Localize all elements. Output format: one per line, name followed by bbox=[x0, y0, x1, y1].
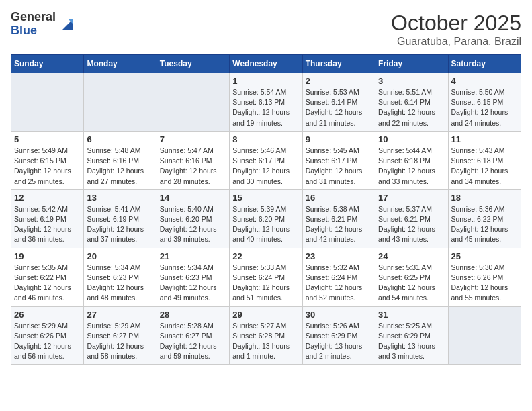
calendar-cell bbox=[157, 73, 229, 132]
page-header: General Blue October 2025 Guaratuba, Par… bbox=[11, 11, 521, 48]
calendar-cell: 2Sunrise: 5:53 AM Sunset: 6:14 PM Daylig… bbox=[302, 73, 375, 132]
day-number: 29 bbox=[232, 310, 299, 320]
day-number: 1 bbox=[232, 76, 299, 86]
calendar-cell: 13Sunrise: 5:41 AM Sunset: 6:19 PM Dayli… bbox=[84, 189, 157, 248]
day-number: 28 bbox=[160, 310, 226, 320]
calendar-cell: 3Sunrise: 5:51 AM Sunset: 6:14 PM Daylig… bbox=[375, 73, 448, 132]
calendar-cell: 16Sunrise: 5:38 AM Sunset: 6:21 PM Dayli… bbox=[302, 189, 375, 248]
weekday-header: Wednesday bbox=[230, 55, 302, 73]
day-info: Sunrise: 5:26 AM Sunset: 6:29 PM Dayligh… bbox=[306, 321, 372, 362]
day-info: Sunrise: 5:45 AM Sunset: 6:17 PM Dayligh… bbox=[306, 146, 372, 187]
day-info: Sunrise: 5:51 AM Sunset: 6:14 PM Dayligh… bbox=[378, 87, 445, 128]
calendar-cell: 9Sunrise: 5:45 AM Sunset: 6:17 PM Daylig… bbox=[302, 131, 375, 189]
calendar-cell bbox=[11, 73, 84, 132]
day-number: 6 bbox=[87, 134, 153, 144]
day-number: 14 bbox=[160, 193, 226, 203]
day-number: 20 bbox=[87, 251, 153, 261]
calendar-week-row: 12Sunrise: 5:42 AM Sunset: 6:19 PM Dayli… bbox=[11, 189, 521, 248]
day-number: 9 bbox=[306, 134, 372, 144]
day-info: Sunrise: 5:47 AM Sunset: 6:16 PM Dayligh… bbox=[160, 146, 226, 187]
day-info: Sunrise: 5:43 AM Sunset: 6:18 PM Dayligh… bbox=[451, 146, 518, 187]
day-info: Sunrise: 5:50 AM Sunset: 6:15 PM Dayligh… bbox=[451, 87, 518, 128]
calendar-cell: 28Sunrise: 5:28 AM Sunset: 6:27 PM Dayli… bbox=[157, 306, 229, 365]
calendar-cell: 14Sunrise: 5:40 AM Sunset: 6:20 PM Dayli… bbox=[157, 189, 229, 248]
day-number: 27 bbox=[87, 310, 153, 320]
calendar-cell bbox=[84, 73, 157, 132]
day-number: 16 bbox=[306, 193, 372, 203]
calendar-cell: 6Sunrise: 5:48 AM Sunset: 6:16 PM Daylig… bbox=[84, 131, 157, 189]
weekday-header: Tuesday bbox=[157, 55, 229, 73]
day-info: Sunrise: 5:42 AM Sunset: 6:19 PM Dayligh… bbox=[14, 204, 81, 245]
calendar-cell: 15Sunrise: 5:39 AM Sunset: 6:20 PM Dayli… bbox=[230, 189, 302, 248]
day-number: 19 bbox=[14, 251, 81, 261]
calendar-week-row: 26Sunrise: 5:29 AM Sunset: 6:26 PM Dayli… bbox=[11, 306, 521, 365]
calendar-cell: 8Sunrise: 5:46 AM Sunset: 6:17 PM Daylig… bbox=[230, 131, 302, 189]
calendar-cell: 26Sunrise: 5:29 AM Sunset: 6:26 PM Dayli… bbox=[11, 306, 84, 365]
day-info: Sunrise: 5:33 AM Sunset: 6:24 PM Dayligh… bbox=[232, 263, 299, 304]
day-number: 17 bbox=[378, 193, 445, 203]
day-info: Sunrise: 5:36 AM Sunset: 6:22 PM Dayligh… bbox=[451, 204, 518, 245]
calendar-cell: 21Sunrise: 5:34 AM Sunset: 6:23 PM Dayli… bbox=[157, 248, 229, 306]
day-info: Sunrise: 5:34 AM Sunset: 6:23 PM Dayligh… bbox=[160, 263, 226, 304]
day-info: Sunrise: 5:29 AM Sunset: 6:26 PM Dayligh… bbox=[14, 321, 81, 362]
day-info: Sunrise: 5:27 AM Sunset: 6:28 PM Dayligh… bbox=[232, 321, 299, 362]
day-info: Sunrise: 5:34 AM Sunset: 6:23 PM Dayligh… bbox=[87, 263, 153, 304]
calendar-cell: 30Sunrise: 5:26 AM Sunset: 6:29 PM Dayli… bbox=[302, 306, 375, 365]
calendar-cell: 29Sunrise: 5:27 AM Sunset: 6:28 PM Dayli… bbox=[230, 306, 302, 365]
calendar-week-row: 5Sunrise: 5:49 AM Sunset: 6:15 PM Daylig… bbox=[11, 131, 521, 189]
day-info: Sunrise: 5:35 AM Sunset: 6:22 PM Dayligh… bbox=[14, 263, 81, 304]
day-number: 31 bbox=[378, 310, 445, 320]
day-info: Sunrise: 5:48 AM Sunset: 6:16 PM Dayligh… bbox=[87, 146, 153, 187]
day-number: 22 bbox=[232, 251, 299, 261]
day-number: 4 bbox=[451, 76, 518, 86]
logo-icon bbox=[58, 15, 77, 34]
calendar-cell bbox=[448, 306, 521, 365]
weekday-header: Monday bbox=[84, 55, 157, 73]
weekday-header: Friday bbox=[375, 55, 448, 73]
calendar-cell: 10Sunrise: 5:44 AM Sunset: 6:18 PM Dayli… bbox=[375, 131, 448, 189]
day-info: Sunrise: 5:31 AM Sunset: 6:25 PM Dayligh… bbox=[378, 263, 445, 304]
calendar-cell: 31Sunrise: 5:25 AM Sunset: 6:29 PM Dayli… bbox=[375, 306, 448, 365]
calendar-cell: 4Sunrise: 5:50 AM Sunset: 6:15 PM Daylig… bbox=[448, 73, 521, 132]
day-info: Sunrise: 5:41 AM Sunset: 6:19 PM Dayligh… bbox=[87, 204, 153, 245]
day-number: 2 bbox=[306, 76, 372, 86]
calendar-week-row: 1Sunrise: 5:54 AM Sunset: 6:13 PM Daylig… bbox=[11, 73, 521, 132]
day-info: Sunrise: 5:53 AM Sunset: 6:14 PM Dayligh… bbox=[306, 87, 372, 128]
day-number: 11 bbox=[451, 134, 518, 144]
day-number: 25 bbox=[451, 251, 518, 261]
title-block: October 2025 Guaratuba, Parana, Brazil bbox=[391, 11, 521, 48]
calendar-cell: 12Sunrise: 5:42 AM Sunset: 6:19 PM Dayli… bbox=[11, 189, 84, 248]
day-number: 23 bbox=[306, 251, 372, 261]
day-number: 18 bbox=[451, 193, 518, 203]
calendar-cell: 5Sunrise: 5:49 AM Sunset: 6:15 PM Daylig… bbox=[11, 131, 84, 189]
calendar-cell: 20Sunrise: 5:34 AM Sunset: 6:23 PM Dayli… bbox=[84, 248, 157, 306]
day-info: Sunrise: 5:32 AM Sunset: 6:24 PM Dayligh… bbox=[306, 263, 372, 304]
calendar-cell: 22Sunrise: 5:33 AM Sunset: 6:24 PM Dayli… bbox=[230, 248, 302, 306]
logo-blue: Blue bbox=[11, 24, 56, 38]
day-info: Sunrise: 5:46 AM Sunset: 6:17 PM Dayligh… bbox=[232, 146, 299, 187]
day-info: Sunrise: 5:54 AM Sunset: 6:13 PM Dayligh… bbox=[232, 87, 299, 128]
calendar-cell: 17Sunrise: 5:37 AM Sunset: 6:21 PM Dayli… bbox=[375, 189, 448, 248]
day-number: 15 bbox=[232, 193, 299, 203]
calendar-subtitle: Guaratuba, Parana, Brazil bbox=[391, 36, 521, 48]
day-number: 21 bbox=[160, 251, 226, 261]
day-number: 12 bbox=[14, 193, 81, 203]
weekday-header-row: SundayMondayTuesdayWednesdayThursdayFrid… bbox=[11, 55, 521, 73]
calendar-cell: 25Sunrise: 5:30 AM Sunset: 6:26 PM Dayli… bbox=[448, 248, 521, 306]
day-number: 30 bbox=[306, 310, 372, 320]
calendar-table: SundayMondayTuesdayWednesdayThursdayFrid… bbox=[11, 54, 521, 365]
day-number: 7 bbox=[160, 134, 226, 144]
day-info: Sunrise: 5:40 AM Sunset: 6:20 PM Dayligh… bbox=[160, 204, 226, 245]
day-number: 13 bbox=[87, 193, 153, 203]
day-info: Sunrise: 5:38 AM Sunset: 6:21 PM Dayligh… bbox=[306, 204, 372, 245]
calendar-cell: 7Sunrise: 5:47 AM Sunset: 6:16 PM Daylig… bbox=[157, 131, 229, 189]
day-info: Sunrise: 5:30 AM Sunset: 6:26 PM Dayligh… bbox=[451, 263, 518, 304]
day-number: 3 bbox=[378, 76, 445, 86]
calendar-cell: 11Sunrise: 5:43 AM Sunset: 6:18 PM Dayli… bbox=[448, 131, 521, 189]
day-info: Sunrise: 5:37 AM Sunset: 6:21 PM Dayligh… bbox=[378, 204, 445, 245]
day-number: 8 bbox=[232, 134, 299, 144]
calendar-cell: 18Sunrise: 5:36 AM Sunset: 6:22 PM Dayli… bbox=[448, 189, 521, 248]
calendar-title: October 2025 bbox=[391, 11, 521, 36]
weekday-header: Sunday bbox=[11, 55, 84, 73]
day-number: 24 bbox=[378, 251, 445, 261]
